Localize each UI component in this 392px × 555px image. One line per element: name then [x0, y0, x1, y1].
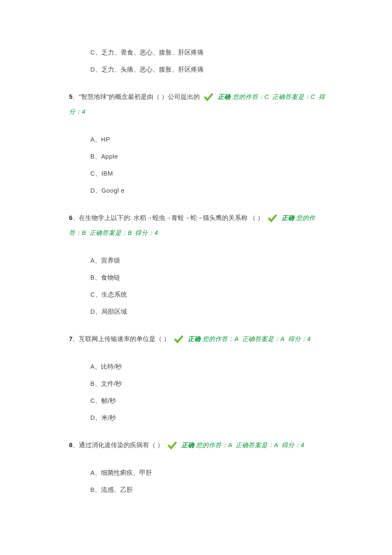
- question-number: 6: [69, 214, 72, 221]
- feedback-text: 您的作答：A 正确答案是：A 得分：4: [202, 335, 311, 342]
- options-list: A、细菌性痢疾、甲肝 B、流感、乙肝: [90, 467, 328, 495]
- option-item: C、帧/秒: [90, 395, 328, 406]
- question-text: 通过消化道传染的疾病有（ ）: [79, 442, 164, 448]
- question-5: 5、"智慧地球"的概念最初是由（ ）公司提出的 正确 您的作答：C 正确答案是：…: [69, 90, 328, 196]
- question-number: 5: [69, 93, 72, 100]
- option-item: B、流感、乙肝: [90, 484, 328, 495]
- options-list: A、HP B、Apple C、IBM D、Googl e: [90, 134, 328, 196]
- question-number: 8: [69, 442, 72, 448]
- check-icon: [166, 440, 178, 451]
- option-item: B、食物链: [90, 272, 328, 283]
- check-icon: [173, 334, 184, 345]
- status-label: 正确: [282, 214, 294, 221]
- feedback-text: 您的作答：A 正确答案是：A 得分：4: [196, 442, 304, 448]
- option-item: D、乏力、头痛、恶心、腹胀、肝区疼痛: [90, 64, 328, 75]
- option-text: 乏力、畏食、恶心、腹胀、肝区疼痛: [101, 49, 204, 56]
- question-8: 8、通过消化道传染的疾病有（ ） 正确 您的作答：A 正确答案是：A 得分：4 …: [69, 438, 328, 495]
- status-label: 正确: [218, 93, 231, 100]
- options-list: A、比特/秒 B、文件/秒 C、帧/秒 D、米/秒: [90, 361, 328, 423]
- question-6: 6、在生物学上以下的: 水稻→蝗虫→青蛙→蛇→猫头鹰的关系称 （ ） 正确 您的…: [69, 211, 328, 317]
- option-item: B、文件/秒: [90, 378, 328, 389]
- option-item: C、生态系统: [90, 289, 328, 300]
- orphan-options: C、乏力、畏食、恶心、腹胀、肝区疼痛 D、乏力、头痛、恶心、腹胀、肝区疼痛: [90, 47, 328, 75]
- option-item: A、比特/秒: [90, 361, 328, 372]
- option-letter: D: [90, 66, 95, 73]
- question-stem: 5、"智慧地球"的概念最初是由（ ）公司提出的 正确 您的作答：C 正确答案是：…: [69, 90, 328, 119]
- option-item: A、细菌性痢疾、甲肝: [90, 467, 328, 478]
- question-stem: 8、通过消化道传染的疾病有（ ） 正确 您的作答：A 正确答案是：A 得分：4: [69, 438, 328, 453]
- option-item: A、HP: [90, 134, 328, 145]
- option-item: C、乏力、畏食、恶心、腹胀、肝区疼痛: [90, 47, 328, 58]
- question-stem: 7、互联网上传输速率的单位是（ ） 正确 您的作答：A 正确答案是：A 得分：4: [69, 332, 328, 347]
- status-label: 正确: [188, 335, 201, 342]
- option-item: D、米/秒: [90, 412, 328, 423]
- question-text: 互联网上传输速率的单位是（ ）: [79, 335, 170, 342]
- option-item: B、Apple: [90, 151, 328, 162]
- check-icon: [266, 213, 278, 224]
- option-item: A、营养级: [90, 255, 328, 266]
- question-text: "智慧地球"的概念最初是由（ ）公司提出的: [79, 93, 200, 100]
- option-text: 乏力、头痛、恶心、腹胀、肝区疼痛: [101, 66, 204, 73]
- question-text: 在生物学上以下的: 水稻→蝗虫→青蛙→蛇→猫头鹰的关系称 （ ）: [79, 214, 264, 221]
- status-label: 正确: [182, 442, 194, 448]
- question-stem: 6、在生物学上以下的: 水稻→蝗虫→青蛙→蛇→猫头鹰的关系称 （ ） 正确 您的…: [69, 211, 328, 240]
- option-item: D、Googl e: [90, 185, 328, 196]
- options-list: A、营养级 B、食物链 C、生态系统 D、局部区域: [90, 255, 328, 317]
- option-letter: C: [90, 49, 95, 56]
- question-number: 7: [69, 335, 72, 342]
- option-item: D、局部区域: [90, 306, 328, 317]
- option-item: C、IBM: [90, 168, 328, 179]
- check-icon: [202, 92, 214, 103]
- question-7: 7、互联网上传输速率的单位是（ ） 正确 您的作答：A 正确答案是：A 得分：4…: [69, 332, 328, 423]
